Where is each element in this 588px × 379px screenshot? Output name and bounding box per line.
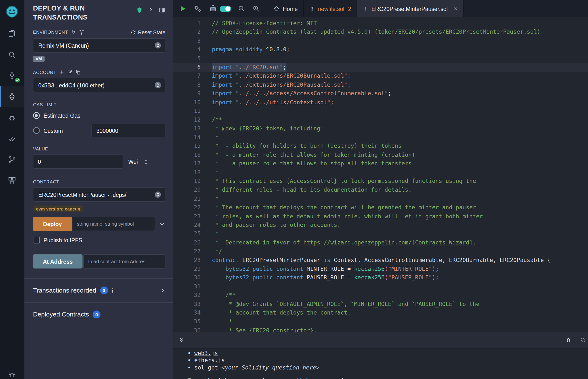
code-line[interactable]: 33 * @dev Grants `DEFAULT_ADMIN_ROLE`, `… (173, 300, 588, 309)
terminal-header[interactable]: 0 (173, 332, 588, 348)
select-stepper-icon (154, 81, 162, 89)
code-line[interactable]: 31 (173, 282, 588, 291)
value-unit[interactable]: Wei (128, 158, 138, 165)
chevron-right-icon[interactable] (160, 288, 165, 293)
code-line[interactable]: 26 * _Deprecated in favor of https://wiz… (173, 238, 588, 247)
code-line[interactable]: 18 * (173, 168, 588, 177)
collapse-chevrons-icon[interactable] (179, 337, 185, 343)
code-line[interactable]: 14 * (173, 133, 588, 142)
code-line[interactable]: 1// SPDX-License-Identifier: MIT (173, 19, 588, 28)
zoom-in-icon[interactable] (252, 4, 260, 13)
constructor-args-input[interactable] (72, 217, 155, 231)
code-line[interactable]: 28contract ERC20PresetMinterPauser is Co… (173, 256, 588, 265)
publish-ipfs-label: Publish to IPFS (44, 237, 82, 243)
settings-gear-icon[interactable] (0, 364, 24, 379)
line-number: 15 (173, 142, 201, 151)
line-number: 24 (173, 221, 201, 230)
code-line[interactable]: 27 */ (173, 247, 588, 256)
unit-spinner-icon[interactable] (143, 158, 149, 165)
gears-icon[interactable] (193, 4, 202, 13)
line-number: 26 (173, 238, 201, 247)
remix-logo[interactable] (0, 0, 24, 23)
code-line[interactable]: 17 * - a pauser role that allows to stop… (173, 159, 588, 168)
code-line[interactable]: 12/** (173, 115, 588, 124)
search-icon[interactable] (580, 337, 587, 344)
code-line[interactable]: 24 * and pauser roles to other accounts. (173, 221, 588, 230)
code-line[interactable]: 13 * @dev {ERC20} token, including: (173, 124, 588, 133)
line-number: 25 (173, 230, 201, 238)
ai-toggle[interactable] (220, 5, 231, 12)
play-icon[interactable] (179, 5, 187, 13)
value-input[interactable] (33, 155, 123, 169)
chevron-right-icon[interactable] (148, 7, 154, 13)
copy-icon[interactable] (76, 69, 81, 75)
zoom-out-icon[interactable] (237, 4, 246, 13)
code-lines: 1// SPDX-License-Identifier: MIT2// Open… (173, 19, 588, 332)
code-line[interactable]: 30 bytes32 public constant PAUSER_ROLE =… (173, 273, 588, 282)
code-line[interactable]: 29 bytes32 public constant MINTER_ROLE =… (173, 265, 588, 273)
code-line[interactable]: 2// OpenZeppelin Contracts (last updated… (173, 28, 588, 37)
plug-icon[interactable] (71, 30, 76, 35)
terminal[interactable]: • web3.js • ethers.js • sol-gpt <your So… (173, 349, 588, 379)
code-line[interactable]: 11 (173, 107, 588, 116)
file-explorer-icon[interactable] (0, 23, 24, 44)
code-line[interactable]: 9import "../../../access/AccessControlEn… (173, 89, 588, 98)
code-editor[interactable]: 1// SPDX-License-Identifier: MIT2// Open… (173, 17, 588, 332)
search-icon[interactable] (0, 44, 24, 65)
solidity-compiler-icon[interactable] (0, 65, 24, 86)
deploy-run-icon[interactable] (0, 86, 24, 107)
transactions-recorded-row[interactable]: Transactions recorded 0 i (33, 279, 165, 302)
code-line[interactable]: 16 * - a minter role that allows for tok… (173, 151, 588, 159)
publish-ipfs-checkbox[interactable] (33, 237, 40, 243)
plus-icon[interactable] (59, 69, 64, 75)
deployed-contracts-row[interactable]: Deployed Contracts 0 (33, 302, 165, 326)
code-line[interactable]: 25 * (173, 230, 588, 238)
tab-home[interactable]: Home (268, 0, 304, 17)
code-line[interactable]: 15 * - ability for holders to burn (dest… (173, 142, 588, 151)
at-address-button[interactable]: At Address (33, 254, 82, 268)
code-line[interactable]: 21 * (173, 195, 588, 204)
at-address-input[interactable] (83, 254, 165, 268)
code-line[interactable]: 5 (173, 54, 588, 63)
unit-testing-icon[interactable] (0, 128, 24, 149)
tab-badge: 2 (348, 5, 351, 12)
environment-select[interactable]: Remix VM (Cancun) (33, 38, 165, 52)
edit-icon[interactable] (67, 69, 73, 75)
code-line[interactable]: 10import "../../../utils/Context.sol"; (173, 98, 588, 107)
line-number: 10 (173, 98, 201, 107)
reset-state-button[interactable]: Reset State (130, 29, 165, 35)
plugin-manager-icon[interactable] (0, 170, 24, 191)
estimated-gas-label: Estimated Gas (44, 112, 80, 119)
code-line[interactable]: 34 * account that deploys the contract. (173, 309, 588, 317)
code-line[interactable]: 32 /** (173, 291, 588, 300)
chevron-down-icon[interactable] (159, 221, 166, 227)
fork-icon[interactable] (79, 30, 84, 35)
deploy-button[interactable]: Deploy (33, 217, 72, 231)
pin-panel-icon[interactable] (159, 7, 166, 14)
code-line[interactable]: 22 * The account that deploys the contra… (173, 204, 588, 212)
code-line[interactable]: 3 (173, 37, 588, 46)
code-line[interactable]: 7import "../extensions/ERC20Burnable.sol… (173, 72, 588, 80)
code-line[interactable]: 6import "../ERC20.sol"; (173, 63, 588, 72)
code-line[interactable]: 19 * This contract uses {AccessControl} … (173, 177, 588, 186)
code-line[interactable]: 4pragma solidity ^0.8.0; (173, 46, 588, 54)
code-line[interactable]: 36 * See {ERC20-constructor}. (173, 326, 588, 332)
estimated-gas-radio[interactable] (33, 112, 40, 119)
web3-link[interactable]: web3.js (194, 350, 218, 357)
account-select[interactable]: 0x5B3...eddC4 (100 ether) (33, 78, 165, 92)
ethers-link[interactable]: ethers.js (194, 357, 225, 364)
contract-select[interactable]: ERC20PresetMinterPauser - .deps/ (33, 188, 165, 202)
line-number: 21 (173, 195, 201, 204)
close-tab-icon[interactable]: × (454, 5, 457, 12)
code-line[interactable]: 20 * different roles - head to its docum… (173, 186, 588, 195)
code-line[interactable]: 23 * roles, as well as the default admin… (173, 212, 588, 221)
custom-gas-radio[interactable] (33, 127, 40, 134)
custom-gas-input[interactable] (92, 124, 166, 137)
account-label: ACCOUNT (33, 70, 56, 75)
debugger-icon[interactable] (0, 107, 24, 128)
code-line[interactable]: 8import "../extensions/ERC20Pausable.sol… (173, 80, 588, 89)
code-line[interactable]: 35 * (173, 317, 588, 326)
tab-erc20presetminterpauser[interactable]: ERC20PresetMinterPauser.sol × (357, 0, 464, 17)
git-icon[interactable] (0, 149, 24, 170)
tab-newfile[interactable]: newfile.sol 2 (304, 0, 357, 17)
